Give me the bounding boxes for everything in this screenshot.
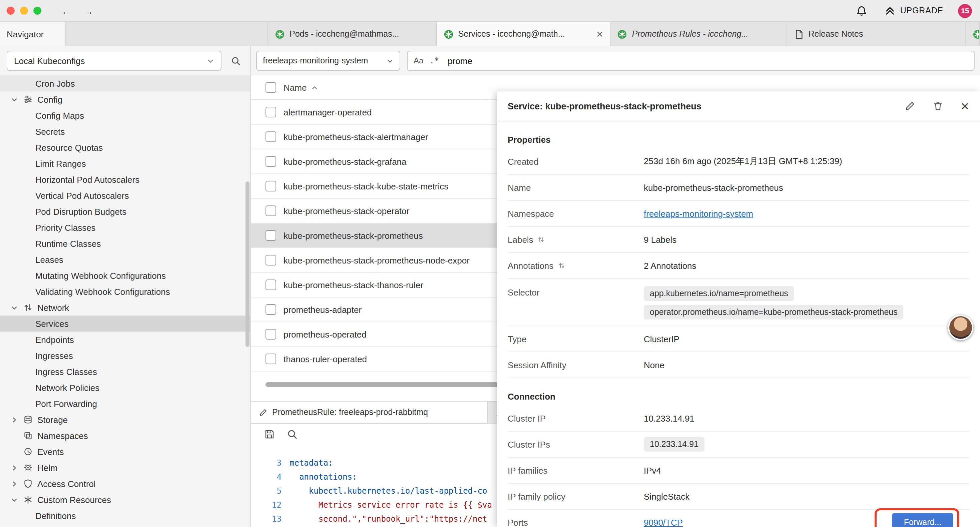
- sidebar-item-namespaces[interactable]: Namespaces: [0, 428, 250, 444]
- sidebar-scrollbar[interactable]: [245, 182, 250, 347]
- sidebar-item-helm[interactable]: Helm: [0, 460, 250, 476]
- tab-prometheus-rules-icecheng[interactable]: Prometheus Rules - icecheng...: [611, 22, 787, 46]
- sidebar-search-icon[interactable]: [231, 56, 241, 66]
- tab-label: Pods - icecheng@mathmas...: [290, 29, 430, 39]
- row-checkbox[interactable]: [266, 156, 276, 167]
- detail-label: Cluster IPs: [508, 439, 644, 449]
- detail-value: IPv4: [644, 465, 661, 475]
- detail-row-created: Created253d 16h 6m ago (2025年1月13日 GMT+8…: [508, 149, 969, 175]
- sidebar-item-secrets[interactable]: Secrets: [0, 123, 250, 139]
- sidebar-item-events[interactable]: Events: [0, 444, 250, 460]
- sidebar-item-resource-quotas[interactable]: Resource Quotas: [0, 139, 250, 155]
- sidebar-item-network[interactable]: Network: [0, 299, 250, 315]
- line-number: 12: [251, 500, 290, 509]
- close-window-button[interactable]: [7, 7, 15, 15]
- match-case-toggle[interactable]: Aa: [414, 56, 423, 65]
- forward-icon[interactable]: →: [83, 5, 94, 16]
- sidebar-item-cron-jobs[interactable]: Cron Jobs: [0, 75, 250, 91]
- chevron-down-icon[interactable]: [11, 96, 20, 103]
- sidebar-item-storage[interactable]: Storage: [0, 412, 250, 428]
- port-link[interactable]: 9090/TCP: [644, 517, 683, 527]
- sidebar-item-mutating-webhook-configurations[interactable]: Mutating Webhook Configurations: [0, 267, 250, 283]
- row-checkbox[interactable]: [266, 329, 276, 339]
- namespace-selector[interactable]: freeleaps-monitoring-system: [256, 51, 400, 71]
- code-text: kubectl.kubernetes.io/last-applied-co: [290, 486, 487, 495]
- save-icon[interactable]: [264, 429, 275, 439]
- sidebar-item-config[interactable]: Config: [0, 91, 250, 107]
- service-search-input[interactable]: Aa .* prome: [407, 51, 975, 71]
- sidebar-item-services[interactable]: Services: [0, 315, 250, 331]
- edit-pencil-icon[interactable]: [904, 101, 915, 111]
- sidebar-item-access-control[interactable]: Access Control: [0, 476, 250, 492]
- sidebar-item-horizontal-pod-autoscalers[interactable]: Horizontal Pod Autoscalers: [0, 172, 250, 188]
- config-icon: [23, 95, 33, 104]
- select-all-checkbox[interactable]: [266, 82, 276, 93]
- sidebar-item-label: Storage: [37, 415, 68, 425]
- editor-search-icon[interactable]: [287, 429, 298, 439]
- sidebar-item-port-forwarding[interactable]: Port Forwarding: [0, 396, 250, 412]
- sidebar-item-validating-webhook-configurations[interactable]: Validating Webhook Configurations: [0, 283, 250, 299]
- sidebar-item-limit-ranges[interactable]: Limit Ranges: [0, 155, 250, 172]
- tab-pods-icecheng-mathmas[interactable]: Pods - icecheng@mathmas...: [268, 22, 437, 46]
- tab-argo-se[interactable]: Argo Se...: [966, 22, 980, 46]
- sidebar-item-pod-disruption-budgets[interactable]: Pod Disruption Budgets: [0, 204, 250, 220]
- sort-ascending-icon[interactable]: [310, 84, 318, 91]
- zoom-window-button[interactable]: [33, 7, 41, 15]
- sidebar-item-label: Mutating Webhook Configurations: [35, 271, 166, 280]
- row-checkbox[interactable]: [266, 304, 276, 315]
- back-icon[interactable]: ←: [61, 5, 72, 16]
- navigator-panel-tab[interactable]: Navigator: [0, 22, 66, 46]
- detail-value: SingleStack: [644, 491, 689, 502]
- sidebar-item-label: Namespaces: [37, 431, 88, 441]
- port-forward-button[interactable]: Forward...: [892, 513, 953, 527]
- service-name: kube-prometheus-stack-thanos-ruler: [283, 280, 423, 290]
- namespace-link[interactable]: freeleaps-monitoring-system: [644, 209, 753, 218]
- sidebar-item-network-policies[interactable]: Network Policies: [0, 380, 250, 396]
- close-tab-icon[interactable]: ✕: [596, 29, 603, 39]
- sidebar-item-definitions[interactable]: Definitions: [0, 508, 250, 524]
- delete-trash-icon[interactable]: [932, 101, 943, 111]
- detail-label: IP family policy: [508, 491, 644, 502]
- name-column-header[interactable]: Name: [283, 83, 307, 92]
- chevron-right-icon[interactable]: [11, 480, 20, 487]
- tab-services-icecheng-math[interactable]: Services - icecheng@math...✕: [437, 22, 611, 46]
- chevron-right-icon[interactable]: [11, 416, 20, 423]
- navigator-sidebar: Local Kubeconfigs Cron JobsConfigConfig …: [0, 46, 251, 527]
- service-name: alertmanager-operated: [283, 107, 372, 117]
- tab-release-notes[interactable]: Release Notes: [787, 22, 966, 46]
- row-checkbox[interactable]: [266, 181, 276, 191]
- close-icon[interactable]: ✕: [960, 100, 969, 112]
- sidebar-item-endpoints[interactable]: Endpoints: [0, 331, 250, 347]
- sort-icon[interactable]: [557, 261, 565, 269]
- row-checkbox[interactable]: [266, 131, 276, 142]
- sidebar-item-config-maps[interactable]: Config Maps: [0, 107, 250, 123]
- minimize-window-button[interactable]: [20, 7, 28, 15]
- upgrade-button[interactable]: UPGRADE: [885, 5, 943, 16]
- user-avatar[interactable]: [948, 315, 973, 340]
- row-checkbox[interactable]: [266, 353, 276, 364]
- row-checkbox[interactable]: [266, 255, 276, 266]
- sidebar-item-ingresses[interactable]: Ingresses: [0, 347, 250, 363]
- sidebar-item-custom-resources[interactable]: Custom Resources: [0, 492, 250, 508]
- row-checkbox[interactable]: [266, 205, 276, 216]
- sidebar-item-runtime-classes[interactable]: Runtime Classes: [0, 236, 250, 252]
- sort-icon[interactable]: [538, 236, 546, 244]
- sidebar-item-leases[interactable]: Leases: [0, 252, 250, 267]
- regex-toggle[interactable]: .*: [429, 56, 439, 65]
- sidebar-item-ingress-classes[interactable]: Ingress Classes: [0, 363, 250, 380]
- sidebar-item-priority-classes[interactable]: Priority Classes: [0, 220, 250, 236]
- chevron-down-icon[interactable]: [11, 304, 20, 311]
- row-checkbox[interactable]: [266, 230, 276, 241]
- sidebar-item-label: Resource Quotas: [35, 142, 103, 153]
- notifications-bell-icon[interactable]: [856, 5, 868, 16]
- row-checkbox[interactable]: [266, 280, 276, 290]
- chevron-right-icon[interactable]: [11, 464, 20, 471]
- sidebar-item-vertical-pod-autoscalers[interactable]: Vertical Pod Autoscalers: [0, 188, 250, 204]
- chevron-down-icon[interactable]: [11, 496, 20, 503]
- row-checkbox[interactable]: [266, 107, 276, 118]
- notification-count-badge[interactable]: 15: [958, 4, 972, 18]
- kubeconfig-selector[interactable]: Local Kubeconfigs: [7, 51, 221, 71]
- editor-tab-prometheusrule[interactable]: PrometheusRule: freeleaps-prod-rabbitmq: [251, 401, 488, 423]
- code-text: second.","runbook_url":"https://net: [290, 514, 487, 523]
- tab-label: Prometheus Rules - icecheng...: [632, 29, 780, 39]
